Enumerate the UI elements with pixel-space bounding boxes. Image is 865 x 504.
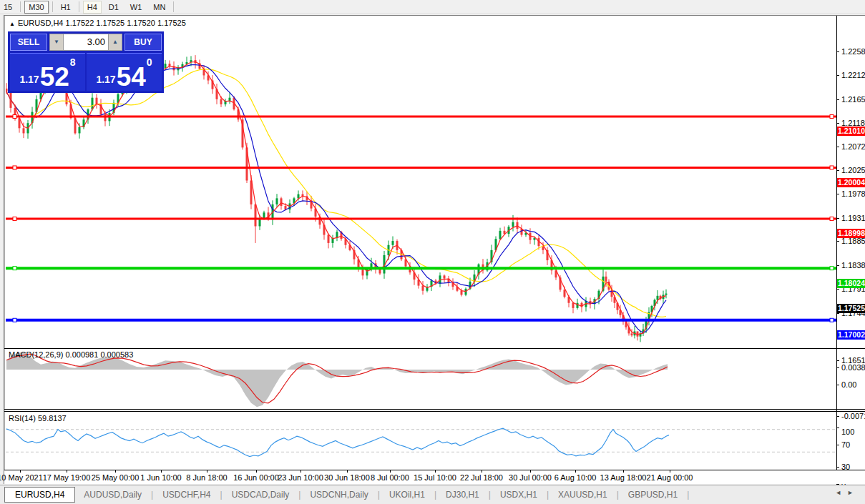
trading-app: 15M30H1H4D1W1MN 1.225801.221201.216501.2…: [0, 0, 865, 504]
timeframe-toolbar: 15M30H1H4D1W1MN: [0, 0, 865, 14]
time-axis-tick: [67, 470, 67, 473]
candle: [547, 247, 549, 265]
tab-separator: |: [547, 490, 549, 500]
time-axis-label: 6 Aug 10:00: [554, 473, 597, 482]
hline-handle[interactable]: [13, 166, 16, 169]
time-axis-label: 21 Aug 00:00: [647, 473, 693, 482]
chart-tab-ukoil[interactable]: UKOil,H1: [381, 488, 434, 502]
chart-tab-xauusd[interactable]: XAUUSD,H1: [549, 488, 616, 502]
candle: [474, 270, 476, 287]
time-axis-label: 22 Jul 18:00: [460, 473, 503, 482]
tab-separator: |: [378, 490, 380, 500]
pane-separator[interactable]: [4, 409, 865, 410]
macd-axis-label: 0.003873: [841, 363, 865, 372]
rsi-axis-label: 100: [841, 428, 865, 436]
hline-handle[interactable]: [830, 267, 834, 270]
candle: [448, 276, 450, 287]
axis-border: [836, 16, 837, 470]
hline-handle[interactable]: [13, 217, 16, 220]
timeframe-button-15[interactable]: 15: [0, 1, 16, 14]
chart-tab-dj30[interactable]: DJ30,H1: [437, 488, 488, 502]
candle: [478, 263, 480, 280]
timeframe-button-mn[interactable]: MN: [149, 1, 170, 14]
rsi-pane[interactable]: [6, 412, 836, 470]
hline-price-tag[interactable]: 1.20004: [837, 178, 865, 187]
candle: [177, 65, 180, 74]
volume-down-button[interactable]: ▼: [49, 34, 64, 51]
time-axis-tick: [575, 470, 576, 473]
chart-tab-usdcad[interactable]: USDCAD,Daily: [223, 488, 298, 502]
time-axis-label: 1 Jun 10:00: [140, 473, 182, 482]
toolbar-separator: [173, 1, 174, 12]
time-axis-label: 25 May 00:00: [92, 473, 140, 482]
time-axis-label: 13 Aug 18:00: [600, 473, 647, 482]
tab-separator: |: [489, 490, 491, 500]
hline-price-tag[interactable]: 1.18024: [837, 279, 865, 288]
hline-handle[interactable]: [13, 267, 16, 270]
chart-tab-audusd[interactable]: AUDUSD,Daily: [75, 488, 150, 502]
candle: [83, 117, 85, 129]
volume-up-button[interactable]: ▲: [108, 34, 122, 51]
hline-handle[interactable]: [830, 114, 834, 118]
candle: [517, 217, 519, 233]
candle: [31, 107, 34, 128]
collapse-triangle-icon[interactable]: ▲: [9, 21, 15, 27]
rsi-axis-label: 70: [841, 440, 865, 449]
timeframe-button-h4[interactable]: H4: [83, 1, 102, 14]
sell-price-pip: 8: [70, 56, 76, 68]
time-axis-tick: [482, 470, 482, 473]
candle: [332, 235, 334, 248]
time-axis-tick: [623, 470, 624, 473]
hline-handle[interactable]: [13, 318, 16, 322]
sell-price-prefix: 1.17: [19, 74, 39, 85]
price-axis-label: 1.20720: [841, 142, 865, 151]
chart-tab-usdcnh[interactable]: USDCNH,Daily: [301, 488, 376, 502]
candle: [27, 120, 29, 139]
volume-input[interactable]: 3.00: [64, 34, 108, 51]
hline-handle[interactable]: [830, 217, 834, 220]
hline-handle[interactable]: [830, 166, 834, 169]
candle: [426, 284, 429, 292]
buy-button[interactable]: BUY: [124, 34, 162, 51]
time-axis-label: 16 Jun 00:00: [233, 473, 279, 482]
buy-price-display[interactable]: 1.17 54 0: [87, 53, 162, 91]
price-axis-label: 1.19310: [841, 214, 865, 222]
chart-title: ▲EURUSD,H4 1.17522 1.17525 1.17520 1.175…: [9, 19, 186, 27]
chart-tab-usdchf[interactable]: USDCHF,H4: [154, 488, 219, 502]
one-click-trading-widget: SELL ▼ 3.00 ▲ BUY 1.17 52 8 1.17 54 0: [8, 31, 164, 93]
sell-button[interactable]: SELL: [10, 34, 47, 51]
hline-price-tag[interactable]: 1.18998: [837, 229, 865, 238]
pane-separator[interactable]: [4, 348, 865, 349]
chart-tab-bar: EURUSD,H4AUDUSD,Daily|USDCHF,H4|USDCAD,D…: [0, 485, 865, 504]
time-axis-tick: [435, 470, 436, 473]
buy-price-pip: 0: [147, 56, 152, 68]
time-axis-tick: [20, 470, 21, 473]
pane-separator[interactable]: [4, 411, 865, 412]
candle: [444, 275, 446, 282]
timeframe-button-w1[interactable]: W1: [126, 1, 147, 14]
ma-mid-line: [6, 65, 666, 332]
chart-tab-eurusd[interactable]: EURUSD,H4: [4, 487, 75, 503]
hline-handle[interactable]: [830, 318, 834, 322]
timeframe-button-m30[interactable]: M30: [24, 1, 48, 14]
toolbar-separator: [52, 1, 53, 12]
tab-scroll-right-icon[interactable]: ►: [847, 489, 859, 496]
tab-scroll-arrows[interactable]: ◄►: [835, 489, 859, 496]
candle: [634, 326, 636, 338]
price-axis-label: 1.21650: [841, 95, 865, 104]
time-axis-tick: [161, 470, 162, 473]
time-axis-tick: [256, 470, 257, 473]
sell-price-display[interactable]: 1.17 52 8: [10, 53, 85, 91]
timeframe-button-h1[interactable]: H1: [57, 1, 75, 14]
tab-scroll-left-icon[interactable]: ◄: [835, 489, 847, 496]
buy-price-big: 54: [117, 64, 146, 89]
hline-handle[interactable]: [13, 114, 16, 118]
chart-tab-usdx[interactable]: USDX,H1: [492, 488, 546, 502]
hline-price-tag[interactable]: 1.21010: [837, 127, 865, 136]
candle: [637, 332, 639, 341]
timeframe-button-d1[interactable]: D1: [104, 1, 123, 14]
time-axis-label: 8 Jun 18:00: [186, 473, 228, 482]
chart-tab-gbpusd[interactable]: GBPUSD,H1: [620, 488, 686, 502]
candle: [414, 267, 416, 285]
hline-price-tag[interactable]: 1.17002: [837, 330, 865, 340]
